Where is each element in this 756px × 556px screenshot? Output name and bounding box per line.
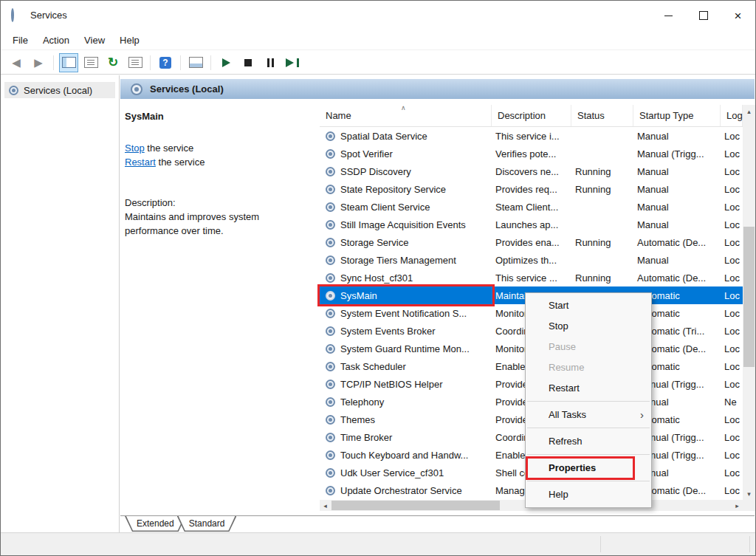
- menu-item-start[interactable]: Start: [526, 295, 651, 316]
- cell-text: System Guard Runtime Mon...: [340, 343, 470, 354]
- close-button[interactable]: ×: [721, 1, 755, 30]
- tab-label: Standard: [189, 518, 225, 529]
- menu-item-help[interactable]: Help: [526, 484, 651, 505]
- back-icon[interactable]: [7, 53, 26, 72]
- menu-item-all-tasks[interactable]: All Tasks: [526, 405, 651, 425]
- services-node-icon: [9, 86, 18, 95]
- refresh-icon[interactable]: [103, 53, 123, 72]
- cell-desc: Provides req...: [492, 180, 571, 198]
- cell-text: Loc: [724, 184, 740, 195]
- cell-text: Loc: [724, 255, 740, 266]
- cell-text: Loc: [724, 485, 740, 496]
- menu-item-label: Refresh: [549, 436, 583, 447]
- service-row[interactable]: Spot VerifierVerifies pote...Manual (Tri…: [320, 145, 743, 162]
- column-header-description[interactable]: Description: [492, 105, 571, 126]
- cell-text: Spot Verifier: [340, 148, 393, 159]
- cell-name: Udk User Service_cf301: [320, 464, 492, 481]
- restart-service-link[interactable]: Restart: [125, 157, 156, 168]
- cell-desc: This service ...: [492, 269, 571, 286]
- statusbar: [1, 532, 755, 555]
- cell-logon: Loc: [721, 446, 743, 464]
- cell-text: Task Scheduler: [340, 361, 406, 372]
- vertical-scrollbar[interactable]: ▴ ▾: [743, 105, 755, 500]
- cell-text: System Events Broker: [340, 326, 436, 337]
- scroll-right-icon[interactable]: ▸: [732, 500, 743, 511]
- cell-text: This service i...: [495, 131, 560, 142]
- service-row[interactable]: State Repository ServiceProvides req...R…: [320, 180, 743, 198]
- cell-text: System Event Notification S...: [340, 308, 467, 319]
- menu-item-refresh[interactable]: Refresh: [526, 431, 651, 452]
- cell-name: Steam Client Service: [320, 198, 492, 216]
- maximize-button[interactable]: [686, 1, 721, 30]
- menu-item-label: Help: [549, 489, 568, 500]
- vertical-scrollbar-thumb[interactable]: [743, 227, 755, 367]
- titlebar: Services ×: [1, 1, 755, 30]
- cell-text: State Repository Service: [340, 184, 446, 195]
- show-console-tree-icon[interactable]: [59, 53, 78, 72]
- service-gear-icon: [326, 131, 335, 141]
- stop-service-link[interactable]: Stop: [125, 143, 145, 154]
- menu-view[interactable]: View: [77, 32, 112, 49]
- cell-text: Automatic (De...: [637, 272, 706, 284]
- scroll-left-icon[interactable]: ◂: [320, 500, 331, 511]
- column-header-name[interactable]: ∧ Name: [320, 105, 492, 126]
- properties-list-icon[interactable]: [81, 53, 100, 72]
- forward-icon[interactable]: [29, 53, 48, 72]
- menu-item-properties[interactable]: Properties: [526, 458, 651, 478]
- service-row[interactable]: Spatial Data ServiceThis service i...Man…: [320, 127, 743, 145]
- help-icon[interactable]: [156, 53, 175, 72]
- scroll-down-icon[interactable]: ▾: [743, 487, 755, 500]
- minimize-button[interactable]: [651, 1, 686, 30]
- column-header-status[interactable]: Status: [571, 105, 633, 126]
- cell-name: Task Scheduler: [320, 357, 492, 375]
- service-row[interactable]: SSDP DiscoveryDiscovers ne...RunningManu…: [320, 162, 743, 180]
- tree-item-services-local[interactable]: Services (Local): [4, 82, 115, 98]
- cell-status: [571, 251, 633, 269]
- service-row[interactable]: Sync Host_cf301This service ...RunningAu…: [320, 269, 743, 286]
- cell-status: [571, 216, 633, 233]
- services-window: Services × File Action View Help Service…: [0, 0, 756, 556]
- cell-text: Sync Host_cf301: [340, 272, 413, 284]
- menu-item-label: Restart: [549, 382, 580, 394]
- menu-item-stop[interactable]: Stop: [526, 316, 651, 337]
- service-row[interactable]: Storage Tiers ManagementOptimizes th...M…: [320, 251, 743, 269]
- pause-service-icon[interactable]: [261, 53, 280, 72]
- tab-standard[interactable]: Standard: [177, 516, 237, 532]
- service-gear-icon: [326, 450, 335, 460]
- cell-logon: Loc: [721, 127, 743, 145]
- service-row[interactable]: Still Image Acquisition EventsLaunches a…: [320, 216, 743, 233]
- results-pane-header: Services (Local): [120, 79, 755, 99]
- start-service-icon[interactable]: [216, 53, 236, 72]
- service-gear-icon: [326, 380, 335, 389]
- restart-service-icon[interactable]: [283, 53, 302, 72]
- scrollbar-corner: [743, 500, 755, 511]
- cell-startup: Automatic (De...: [633, 233, 721, 251]
- horizontal-scrollbar-thumb[interactable]: [331, 501, 500, 510]
- service-gear-icon: [326, 415, 335, 425]
- cell-name: TCP/IP NetBIOS Helper: [320, 375, 492, 393]
- description-text: Maintains and improves system performanc…: [125, 210, 300, 238]
- cell-startup: Automatic (De...: [633, 269, 721, 286]
- menu-file[interactable]: File: [5, 32, 35, 49]
- service-row[interactable]: Steam Client ServiceSteam Client...Manua…: [320, 198, 743, 216]
- cell-logon: Loc: [721, 464, 743, 481]
- cell-logon: Loc: [721, 198, 743, 216]
- service-gear-icon: [326, 486, 335, 495]
- menu-item-restart[interactable]: Restart: [526, 378, 651, 399]
- service-row[interactable]: Storage ServiceProvides ena...RunningAut…: [320, 233, 743, 251]
- service-gear-icon: [326, 273, 335, 283]
- service-gear-icon: [326, 309, 335, 318]
- stop-service-icon[interactable]: [238, 53, 258, 72]
- column-header-startup-type[interactable]: Startup Type: [633, 105, 721, 126]
- stop-line-suffix: the service: [145, 143, 193, 154]
- scroll-up-icon[interactable]: ▴: [743, 105, 755, 117]
- menu-help[interactable]: Help: [112, 32, 147, 49]
- cell-logon: Loc: [721, 162, 743, 180]
- extended-standard-view-icon[interactable]: [186, 53, 205, 72]
- menu-action[interactable]: Action: [35, 32, 77, 49]
- column-header-log-on-as[interactable]: Log: [721, 105, 743, 126]
- cell-startup: Manual: [633, 251, 721, 269]
- export-list-icon[interactable]: [126, 53, 145, 72]
- menu-separator: [527, 454, 650, 455]
- cell-text: Loc: [724, 237, 740, 248]
